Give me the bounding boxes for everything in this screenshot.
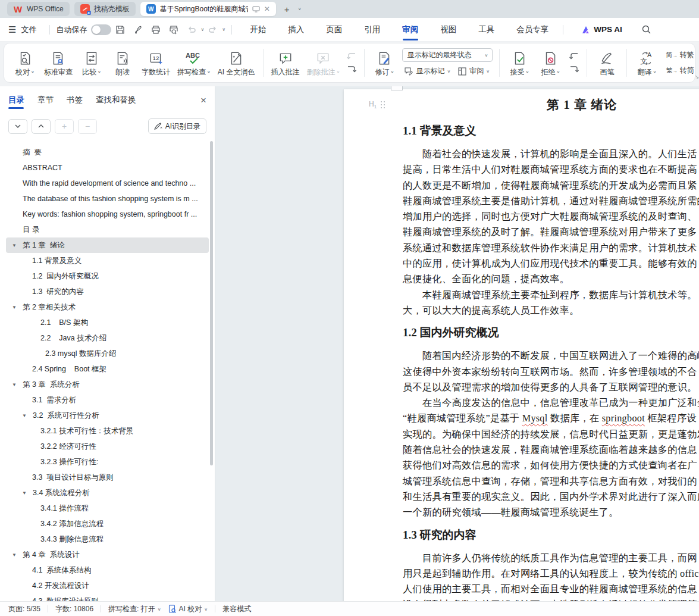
menu-item-3[interactable]: 页面 (325, 21, 343, 39)
toc-item[interactable]: 3.4.2 添加信息流程 (6, 516, 209, 531)
expand-all-button[interactable] (8, 119, 27, 134)
toc-item[interactable]: 4.3 数据库设计原则 (6, 593, 209, 601)
new-tab-button[interactable]: + (284, 4, 290, 14)
previous-comment-button[interactable] (346, 52, 358, 61)
reject-changes-button[interactable]: 拒绝∨ (535, 49, 566, 77)
undo-history-chevron-icon[interactable]: ∨ (200, 27, 204, 32)
print-preview-button[interactable] (166, 22, 181, 37)
next-comment-button[interactable] (346, 65, 358, 74)
sidebar-tab-1[interactable]: 目录 (8, 95, 24, 109)
translate-button[interactable]: 文A 翻译∨ (631, 49, 662, 77)
tab-list-chevron-icon[interactable]: ∨ (298, 7, 302, 11)
track-changes-button[interactable]: 修订∨ (369, 49, 400, 77)
previous-change-button[interactable] (568, 52, 580, 61)
collapse-all-button[interactable] (32, 119, 51, 134)
toc-item[interactable]: Key words: fashion shopping system, spri… (6, 207, 209, 222)
tab-current-document[interactable]: W 基于SpringBoot的鞋履商城管 ✕ (140, 2, 276, 16)
toc-item[interactable]: 2.1 B/S 架构 (6, 315, 209, 330)
toc-item[interactable]: 2.4 Spring Boot 框架 (6, 361, 209, 377)
redo-button[interactable] (205, 22, 221, 37)
next-change-button[interactable] (568, 65, 580, 74)
sidebar-scrollbar[interactable] (210, 141, 213, 465)
sidebar-tab-2[interactable]: 章节 (37, 95, 54, 109)
proofread-button[interactable]: 校对∨ (10, 49, 40, 77)
collapse-arrow-icon[interactable]: ▼ (12, 552, 17, 558)
toc-item[interactable]: 3.2.3 操作可行性: (6, 454, 209, 470)
read-aloud-button[interactable]: 朗读 (107, 49, 138, 77)
accept-changes-button[interactable]: 接受∨ (504, 49, 535, 77)
menu-item-1[interactable]: 开始 (249, 21, 267, 39)
toc-item[interactable]: 3.4.3 删除信息流程 (6, 531, 209, 547)
toc-item[interactable]: 1.3 研究的内容 (6, 284, 209, 299)
delete-comment-button[interactable]: 删除批注∨ (303, 49, 344, 77)
menu-item-6[interactable]: 视图 (439, 21, 457, 39)
sidebar-tab-3[interactable]: 书签 (67, 95, 83, 109)
toc-item[interactable]: ▼第 1 章 绪论 (6, 237, 209, 253)
toc-item[interactable]: 4.2 开发流程设计 (6, 578, 209, 593)
toc-item[interactable]: ABSTRACT (6, 160, 209, 176)
menu-item-4[interactable]: 引用 (363, 21, 381, 39)
toc-item[interactable]: With the rapid development of science an… (6, 176, 209, 191)
word-count-indicator[interactable]: 字数: 10806 (55, 604, 93, 614)
toc-item[interactable]: ▼第 2 章相关技术 (6, 299, 209, 315)
tab-docer-templates[interactable]: AI 找稿壳模板 (74, 2, 136, 16)
collapse-arrow-icon[interactable]: ▼ (12, 382, 17, 387)
compare-button[interactable]: 比较∨ (76, 49, 107, 77)
undo-button[interactable] (184, 22, 199, 37)
toc-item[interactable]: 3.4.1 操作流程 (6, 501, 209, 516)
menu-item-2[interactable]: 插入 (287, 21, 305, 39)
toc-item[interactable]: 3.2.1 技术可行性：技术背景 (6, 423, 209, 439)
ai-polish-button[interactable]: AI 全文润色 (214, 49, 259, 77)
ai-recognize-toc-button[interactable]: AI识别目录 (148, 118, 206, 134)
toc-item[interactable]: 目 录 (6, 222, 209, 237)
document-page[interactable]: H1 第 1 章 绪论1.1 背景及意义随着社会的快速发展，计算机的影响是全面且… (344, 89, 699, 601)
collapse-arrow-icon[interactable]: ▼ (12, 305, 17, 310)
toc-item[interactable]: 1.1 背景及意义 (6, 253, 209, 268)
file-menu[interactable]: 文件 (21, 24, 36, 35)
toc-item[interactable]: ▼3.4 系统流程分析 (6, 485, 209, 501)
print-button[interactable] (148, 22, 164, 37)
simplified-to-traditional-button[interactable]: 简→ 转繁 (664, 49, 695, 61)
tab-wps-office[interactable]: W WPS Office (7, 2, 70, 16)
save-button[interactable] (112, 22, 128, 37)
collapse-arrow-icon[interactable]: ▼ (22, 413, 27, 418)
pen-button[interactable]: 画笔 (591, 49, 622, 77)
group-expand-icon[interactable]: ↘ (695, 74, 699, 80)
word-count-button[interactable]: 12 字数统计 (138, 49, 174, 77)
traditional-to-simplified-button[interactable]: 繁→ 转简 (664, 64, 695, 77)
toc-item[interactable]: The database of this fashion shopping sy… (6, 191, 209, 207)
toc-item[interactable]: ▼第 3 章 系统分析 (6, 377, 209, 392)
document-text[interactable]: 第 1 章 绪论1.1 背景及意义随着社会的快速发展，计算机的影响是全面且深入的… (344, 89, 699, 601)
toc-item[interactable]: 1.2 国内外研究概况 (6, 268, 209, 284)
page-indicator[interactable]: 页面: 5/35 (8, 604, 40, 614)
quick-access-chevron-icon[interactable]: ∨ (222, 27, 225, 32)
main-menu-icon[interactable]: ☰ (8, 24, 16, 35)
sidebar-close-icon[interactable]: × (200, 95, 206, 109)
heading-level-marker[interactable]: H1 (369, 100, 385, 110)
markup-state-dropdown[interactable]: 显示标记的最终状态∨ (402, 48, 493, 62)
toc-item[interactable]: 摘 要 (6, 145, 209, 160)
toc-item[interactable]: 2.2 Java 技术介绍 (6, 330, 209, 346)
toc-item[interactable]: ▼3.2 系统可行性分析 (6, 408, 209, 423)
menu-item-7[interactable]: 工具 (477, 21, 496, 39)
spell-check-status[interactable]: 拼写检查: 打开∨ (108, 604, 161, 614)
spell-check-button[interactable]: ABC 拼写检查∨ (174, 49, 214, 77)
wps-ai-button[interactable]: WPS AI (581, 25, 622, 34)
review-pane-button[interactable]: 审阅∨ (456, 65, 491, 77)
toc-item[interactable]: 3.1 需求分析 (6, 392, 209, 408)
standard-review-button[interactable]: 标准审查 (40, 49, 76, 77)
show-markup-button[interactable]: 显示标记∨ (402, 65, 452, 77)
sidebar-tab-4[interactable]: 查找和替换 (96, 95, 136, 109)
toc-item[interactable]: 3.3 项目设计目标与原则 (6, 470, 209, 485)
screen-share-icon[interactable] (252, 6, 260, 12)
collapse-arrow-icon[interactable]: ▼ (22, 490, 27, 496)
export-pdf-button[interactable] (130, 22, 146, 37)
promote-button[interactable]: + (55, 119, 74, 134)
autosave-toggle[interactable] (91, 24, 111, 35)
search-icon[interactable] (639, 22, 654, 37)
toc-item[interactable]: 2.3 mysql 数据库介绍 (6, 346, 209, 361)
menu-item-5[interactable]: 审阅 (401, 21, 419, 39)
toc-item[interactable]: ▼第 4 章 系统设计 (6, 547, 209, 562)
drag-handle-icon[interactable] (381, 101, 385, 108)
tab-close-icon[interactable]: ✕ (264, 5, 270, 13)
